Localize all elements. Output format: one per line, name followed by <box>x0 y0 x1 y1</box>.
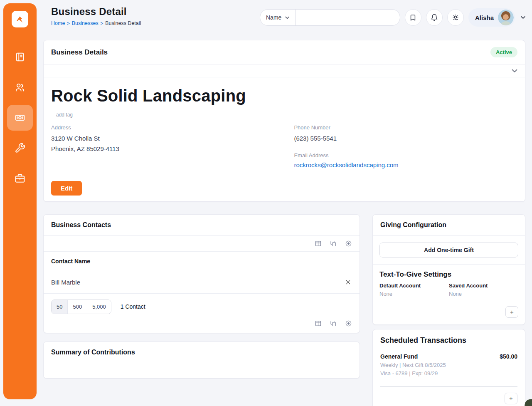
remove-contact-button[interactable] <box>344 280 352 285</box>
search-bar: Name <box>260 9 400 26</box>
grid-view-icon <box>315 320 322 327</box>
page-header: Business Detail Home>Businesses>Business… <box>51 6 141 26</box>
scheduled-transaction-item[interactable]: General Fund $50.00 Weekly | Next Gift 8… <box>380 353 517 376</box>
breadcrumb-businesses[interactable]: Businesses <box>72 20 99 26</box>
collapse-strip <box>44 64 525 77</box>
main-content: Business Details Active Rock Solid Lands… <box>43 40 525 406</box>
search-input[interactable] <box>296 10 400 25</box>
page-title: Business Detail <box>51 6 141 17</box>
add-text-to-give-button[interactable]: + <box>505 306 518 318</box>
chevron-down-icon <box>285 16 289 19</box>
edit-button[interactable]: Edit <box>51 181 82 196</box>
sidebar <box>3 3 37 399</box>
copy-button[interactable] <box>330 320 337 327</box>
breadcrumb-home[interactable]: Home <box>51 20 65 26</box>
collapse-toggle-button[interactable] <box>511 68 518 74</box>
add-contact-button[interactable] <box>345 240 352 247</box>
briefcase-icon <box>15 173 25 184</box>
user-menu-caret-icon[interactable] <box>521 16 525 19</box>
business-contacts-header: Business Contacts <box>44 215 360 236</box>
grid-view-icon <box>315 240 322 247</box>
contact-count: 1 Contact <box>121 303 145 310</box>
giving-configuration-card: Giving Configuration Add One-time Gift T… <box>372 214 525 325</box>
add-tag-link[interactable]: add tag <box>56 112 517 118</box>
page-size-selector: 50 500 5,000 <box>51 300 111 314</box>
search-filter-label: Name <box>266 14 281 21</box>
text-to-give-title: Text-To-Give Settings <box>379 270 518 279</box>
business-details-title: Business Details <box>51 48 108 57</box>
bookmark-button[interactable] <box>405 9 421 26</box>
breadcrumb-separator: > <box>67 21 69 26</box>
sidebar-item-people[interactable] <box>7 74 33 100</box>
add-scheduled-transaction-button[interactable]: + <box>505 393 517 404</box>
rock-logo-icon <box>15 14 25 25</box>
saved-account-block: Saved Account None <box>449 282 518 297</box>
text-to-give-section: Text-To-Give Settings Default Account No… <box>373 265 525 324</box>
copy-icon <box>330 320 337 327</box>
business-details-footer: Edit <box>44 175 525 201</box>
giving-configuration-header: Giving Configuration <box>373 215 525 236</box>
copy-icon <box>330 240 337 247</box>
page-size-500[interactable]: 500 <box>68 300 87 314</box>
sidebar-nav <box>7 44 33 191</box>
page-size-5000[interactable]: 5,000 <box>87 300 111 314</box>
business-details-body: Rock Solid Landscaping add tag Address 3… <box>44 77 525 175</box>
sun-icon <box>452 14 459 21</box>
summary-of-contributions-card: Summary of Contributions <box>43 342 360 379</box>
sidebar-item-book[interactable] <box>7 44 33 70</box>
business-details-card: Business Details Active Rock Solid Lands… <box>43 40 525 202</box>
default-account-value: None <box>379 291 449 297</box>
scheduled-transactions-card: Scheduled Transactions General Fund $50.… <box>372 329 525 406</box>
summary-body <box>44 363 360 378</box>
avatar <box>498 10 514 25</box>
giving-configuration-title: Giving Configuration <box>380 221 446 229</box>
email-label: Email Address <box>294 152 517 158</box>
table-row[interactable]: Bill Marble <box>44 271 360 294</box>
user-menu[interactable]: Alisha <box>468 8 515 27</box>
chevron-down-icon <box>512 69 517 73</box>
add-one-time-gift-button[interactable]: Add One-time Gift <box>379 243 518 257</box>
people-icon <box>15 82 25 93</box>
sidebar-item-tools[interactable] <box>7 135 33 161</box>
contacts-grid-toolbar-bottom <box>51 314 352 330</box>
grid-view-button[interactable] <box>315 320 322 327</box>
bookmark-icon <box>409 14 416 21</box>
sidebar-item-finance[interactable] <box>7 105 33 131</box>
saved-account-value: None <box>449 291 518 297</box>
email-block: Email Address rockrocks@rocksolidlandsca… <box>294 152 517 169</box>
page-size-50[interactable]: 50 <box>52 300 68 314</box>
transaction-frequency: Weekly | Next Gift 8/5/2025 <box>380 362 517 368</box>
theme-toggle-button[interactable] <box>447 9 464 26</box>
wrench-icon <box>15 143 25 153</box>
breadcrumb-current: Business Detail <box>105 20 141 26</box>
summary-title: Summary of Contributions <box>51 349 135 356</box>
phone-label: Phone Number <box>294 124 517 131</box>
search-filter-dropdown[interactable]: Name <box>260 10 296 25</box>
business-contacts-card: Business Contacts <box>43 214 360 333</box>
default-account-block: Default Account None <box>379 282 449 297</box>
copy-button[interactable] <box>330 240 337 247</box>
default-account-label: Default Account <box>379 282 449 289</box>
contacts-column-header: Contact Name <box>44 252 360 271</box>
app-logo[interactable] <box>12 11 28 27</box>
notifications-button[interactable] <box>426 9 443 26</box>
email-link[interactable]: rockrocks@rocksolidlandscaping.com <box>294 161 398 168</box>
breadcrumb-separator: > <box>101 21 103 26</box>
saved-account-label: Saved Account <box>449 282 518 289</box>
grid-view-button[interactable] <box>315 240 322 247</box>
divider <box>380 386 517 387</box>
add-circle-icon <box>345 240 352 247</box>
one-time-gift-section: Add One-time Gift <box>373 236 525 265</box>
header-actions: Name Alisha <box>260 8 525 27</box>
breadcrumb: Home>Businesses>Business Detail <box>51 20 141 26</box>
sidebar-item-briefcase[interactable] <box>7 166 33 191</box>
contacts-grid-footer: 50 500 5,000 1 Contact <box>44 294 360 333</box>
contact-info-block: Phone Number (623) 555-5541 Email Addres… <box>294 124 517 169</box>
cash-icon <box>15 112 25 123</box>
phone-value: (623) 555-5541 <box>294 134 517 144</box>
close-icon <box>346 280 350 285</box>
address-block: Address 3120 W Cholla St Phoenix, AZ 850… <box>51 124 286 169</box>
add-contact-button[interactable] <box>345 320 352 327</box>
address-line2: Phoenix, AZ 85029-4113 <box>51 144 286 154</box>
transaction-amount: $50.00 <box>500 353 517 360</box>
